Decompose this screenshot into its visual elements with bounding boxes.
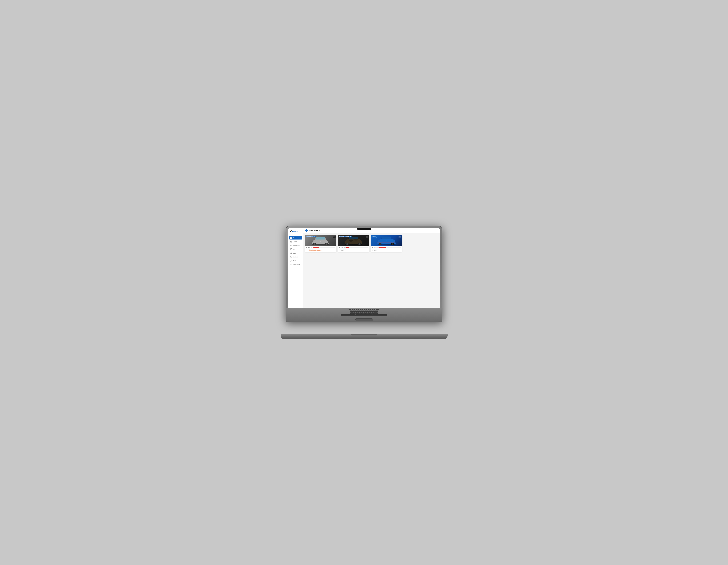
nav-item-cars[interactable]: Cars xyxy=(289,251,302,255)
nav-label-events: Events xyxy=(293,241,297,242)
svg-rect-4 xyxy=(290,231,291,232)
car-card-2-progress-row: 32 of 236 xyxy=(339,247,368,248)
cars-grid: Mercedes AMG GT4 GT4 xyxy=(305,235,402,252)
profile-icon xyxy=(290,260,292,261)
nav-label-maintenance: Maintenance xyxy=(293,245,300,246)
car-icon xyxy=(290,252,292,254)
wrench-icon-3 xyxy=(372,250,373,251)
car-card-3-event-text: not planned xyxy=(373,248,379,249)
event-dot-3 xyxy=(372,249,373,249)
progress-dot-3 xyxy=(372,247,373,248)
car-card-1-header: Mercedes AMG GT4 GT4 xyxy=(305,235,336,246)
car-parts-icon xyxy=(290,256,292,258)
svg-text:22: 22 xyxy=(353,241,354,242)
svg-point-34 xyxy=(314,243,315,245)
car-card-2-progress-text: 32 of 236 xyxy=(341,247,345,248)
event-dot-2 xyxy=(339,249,340,249)
svg-rect-48 xyxy=(382,236,391,239)
svg-rect-3 xyxy=(290,231,290,232)
car-card-3-progress-row: 21 of 60 xyxy=(372,247,401,248)
laptop-base xyxy=(281,334,448,339)
car-card-1-badge: Mercedes AMG GT4 xyxy=(306,236,316,237)
car-card-2-body: 32 of 236 not planned xyxy=(338,246,369,252)
svg-rect-7 xyxy=(290,237,291,237)
svg-point-45 xyxy=(359,243,360,245)
car-card-3-body: 21 of 60 not planned xyxy=(371,246,402,252)
nav-label-cars: Cars xyxy=(293,252,296,254)
svg-point-40 xyxy=(354,239,358,240)
nav-item-maintenance[interactable]: Maintenance xyxy=(289,244,302,247)
car-card-2-header: Porsche 991 Carrera Cup 991 xyxy=(338,235,369,246)
grid-icon xyxy=(290,237,292,238)
bell-icon xyxy=(290,264,292,265)
sidebar: RACING manager xyxy=(288,228,303,320)
main-content: Dashboard Mercedes AMG GT4 xyxy=(303,228,440,320)
svg-point-51 xyxy=(379,243,381,245)
progress-dot-1 xyxy=(306,247,307,248)
page-title: Dashboard xyxy=(309,229,320,232)
car-card-1[interactable]: Mercedes AMG GT4 GT4 xyxy=(305,235,336,252)
wrench-icon-2 xyxy=(339,250,340,251)
car-card-3-header: ZNS290 ZNS xyxy=(371,235,402,246)
app-logo: RACING manager xyxy=(290,230,302,233)
svg-point-39 xyxy=(349,239,353,241)
svg-rect-10 xyxy=(291,238,292,238)
nav-item-profile[interactable]: Profile xyxy=(289,259,302,262)
nav-label-notifications: Notifications xyxy=(293,264,300,265)
topbar: Dashboard xyxy=(303,228,440,233)
nav-item-dashboard[interactable]: Dashboard xyxy=(289,236,302,239)
svg-point-53 xyxy=(392,243,393,245)
car-card-2-event-row: not planned xyxy=(339,248,368,249)
nav-item-notifications[interactable]: Notifications xyxy=(289,263,302,266)
nav-item-car-parts[interactable]: Car Parts xyxy=(289,255,302,259)
svg-rect-28 xyxy=(307,230,307,230)
car-card-2-event-text: not planned xyxy=(340,248,346,249)
progress-bar-2 xyxy=(346,247,368,248)
tasks-icon xyxy=(290,248,292,250)
progress-fill-1 xyxy=(313,247,319,248)
car-card-3-badge: ZNS290 xyxy=(372,236,377,238)
svg-rect-6 xyxy=(290,232,290,232)
svg-rect-1 xyxy=(290,230,291,231)
nav-item-events[interactable]: Events xyxy=(289,240,302,243)
flag-icon xyxy=(290,230,292,232)
wrench-icon-1 xyxy=(306,250,307,251)
svg-rect-9 xyxy=(290,238,291,238)
car-card-2[interactable]: Porsche 991 Carrera Cup 991 xyxy=(338,235,369,252)
logo-manager-text: manager xyxy=(292,232,299,233)
svg-point-25 xyxy=(291,260,292,261)
svg-rect-5 xyxy=(291,231,292,232)
logo-area: RACING manager xyxy=(288,229,303,235)
svg-point-22 xyxy=(291,253,292,254)
svg-rect-2 xyxy=(291,230,292,231)
svg-rect-49 xyxy=(377,242,395,242)
car-card-3-event-row: not planned xyxy=(372,248,401,249)
car-card-2-maintenance-text: perfect xyxy=(341,250,344,251)
event-dot-1 xyxy=(306,249,307,249)
progress-bar-3 xyxy=(379,247,401,248)
progress-fill-2 xyxy=(346,247,349,248)
nav-item-tasks[interactable]: Tasks xyxy=(289,247,302,251)
svg-point-16 xyxy=(291,245,291,246)
logo-racing-text: RACING xyxy=(292,231,298,232)
content-area: Mercedes AMG GT4 GT4 xyxy=(303,233,440,320)
touchpad xyxy=(355,319,373,321)
progress-fill-3 xyxy=(379,247,386,248)
calendar-icon xyxy=(290,241,292,242)
car-card-1-maintenance-row: 3 parts is close to maintenance xyxy=(306,250,335,251)
car-card-2-badge: Porsche 991 Carrera Cup xyxy=(339,236,352,237)
keyboard-area xyxy=(286,308,442,322)
svg-text:35: 35 xyxy=(386,240,387,242)
svg-point-36 xyxy=(325,243,327,245)
car-card-2-maintenance-row: perfect xyxy=(339,250,368,251)
svg-rect-8 xyxy=(291,237,292,237)
car-card-1-progress-row: 30 of 122 xyxy=(306,247,335,248)
svg-rect-32 xyxy=(316,237,325,239)
camera-notch xyxy=(357,228,371,230)
car-card-3-progress-text: 21 of 60 xyxy=(374,247,378,248)
svg-rect-11 xyxy=(290,241,292,242)
car-card-3[interactable]: ZNS290 ZNS xyxy=(371,235,402,252)
svg-point-21 xyxy=(291,253,291,254)
svg-point-43 xyxy=(346,243,348,245)
maintenance-icon xyxy=(290,244,292,246)
